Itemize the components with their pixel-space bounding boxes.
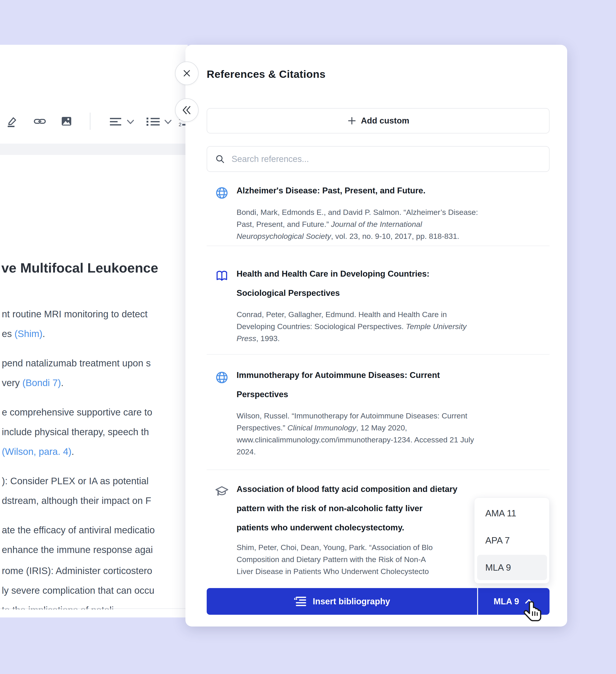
text-segment: es (2, 328, 14, 339)
text-segment: very (2, 377, 22, 388)
text-segment: rome (IRIS): Administer corticostero (2, 565, 152, 576)
citation-link[interactable]: (Wilson, para. 4) (2, 446, 72, 457)
svg-text:2: 2 (178, 122, 181, 127)
text-segment: ): Consider PLEX or IA as potential (2, 476, 149, 486)
citation-segment: www.clinicalimmunology.com/immunotherapy… (237, 435, 474, 444)
document-text-line: ): Consider PLEX or IA as potential (2, 476, 149, 486)
citation-segment: Perspectives.” (237, 423, 287, 432)
globe-icon (215, 371, 228, 384)
document-text-line: ate the efficacy of antiviral medicatio (2, 525, 155, 536)
image-icon[interactable] (60, 115, 73, 128)
citation-segment: Neuropsychological Society (237, 232, 331, 240)
reference-title[interactable]: Health and Health Care in Developing Cou… (237, 264, 530, 303)
chevron-down-icon[interactable] (126, 118, 135, 126)
panel-title: References & Citations (207, 68, 326, 80)
citation-segment: Bondi, Mark, Edmonds E., and David P. Sa… (237, 208, 478, 216)
text-segment: nt routine MRI monitoring to detect (2, 309, 147, 319)
book-icon (215, 269, 228, 283)
document-text-line: nt routine MRI monitoring to detect (2, 309, 147, 320)
align-left-icon[interactable] (108, 115, 123, 128)
screen: 1 2 ve Multifocal Leukoence nt routine M… (0, 0, 616, 674)
reference-title[interactable]: Alzheimer's Disease: Past, Present, and … (237, 181, 530, 200)
text-segment: . (61, 377, 64, 388)
citation-segment: Conrad, Peter, Gallagher, Edmund. Health… (237, 310, 447, 319)
style-option-apa-7[interactable]: APA 7 (477, 528, 547, 553)
toolbar-divider (90, 113, 91, 130)
citation-segment: Composition and Dietary Pattern with the… (237, 555, 426, 564)
citation-link[interactable]: (Bondi 7) (22, 377, 61, 388)
add-custom-label: Add custom (361, 116, 409, 125)
document-text-line: ly severe complication that can occu (2, 585, 154, 596)
citation-style-label: MLA 9 (494, 597, 519, 606)
chevron-up-icon (524, 597, 534, 605)
document-text-line: (Wilson, para. 4). (2, 446, 74, 457)
link-icon[interactable] (33, 115, 46, 128)
text-segment: include physical therapy, speech th (2, 427, 149, 437)
citation-segment: Past, Present, and Future.” (237, 220, 331, 228)
search-input[interactable] (231, 154, 526, 164)
document-text-line: include physical therapy, speech th (2, 427, 149, 437)
citation-segment: Temple University (406, 322, 467, 331)
chevron-down-icon[interactable] (163, 118, 173, 126)
citation-segment: , 12 May 2020, (356, 423, 407, 432)
document-heading: ve Multifocal Leukoence (1, 260, 158, 276)
document-text-line: es (Shim). (2, 328, 45, 339)
bibliography-icon: “ (294, 595, 307, 608)
document-text-line: very (Bondi 7). (2, 377, 64, 388)
citation-segment: Press (237, 334, 256, 343)
citation-segment: Journal of the International (331, 220, 422, 228)
plus-icon (347, 116, 357, 126)
style-option-ama-11[interactable]: AMA 11 (477, 500, 547, 526)
text-segment: . (72, 446, 74, 457)
reference-citation: Bondi, Mark, Edmonds E., and David P. Sa… (237, 206, 530, 242)
citation-segment: Shim, Peter, Choi, Dean, Young, Park. “A… (237, 543, 433, 552)
style-option-mla-9[interactable]: MLA 9 (477, 555, 547, 580)
citation-link[interactable]: (Shim) (14, 328, 42, 339)
reference-citation: Wilson, Russel. “Immunotherapy for Autoi… (237, 410, 530, 458)
bullet-list-icon[interactable] (145, 115, 161, 128)
reference-divider (207, 469, 549, 470)
citation-segment: , vol. 23, no. 9-10, 2017, pp. 818-831. (331, 232, 459, 240)
add-custom-button[interactable]: Add custom (207, 108, 549, 133)
reference-divider (207, 354, 549, 355)
reference-citation: Conrad, Peter, Gallagher, Edmund. Health… (237, 309, 530, 344)
text-segment: ate the efficacy of antiviral medicatio (2, 525, 155, 535)
text-segment: ly severe complication that can occu (2, 585, 154, 596)
document-text-line: enhance the immune response agai (2, 544, 153, 555)
insert-bibliography-label: Insert bibliography (313, 597, 390, 606)
highlighter-icon[interactable] (6, 115, 18, 128)
globe-icon (215, 186, 228, 200)
citation-segment: Clinical Immunology (287, 423, 356, 432)
references-panel: References & Citations Add custom Alzhei… (186, 45, 567, 627)
reference-divider (207, 246, 549, 246)
citation-style-dropdown: AMA 11APA 7MLA 9 (474, 497, 549, 583)
text-segment: . (42, 328, 45, 339)
graduation-cap-icon (215, 485, 228, 498)
document-text-line: pend natalizumab treatment upon s (2, 358, 151, 369)
document-text-line: rome (IRIS): Administer corticostero (2, 565, 152, 576)
text-segment: pend natalizumab treatment upon s (2, 358, 151, 368)
document-text-line: dstream, although their impact on F (2, 495, 151, 506)
insert-bibliography-button[interactable]: “ Insert bibliography (207, 588, 477, 615)
close-panel-button[interactable] (175, 62, 199, 85)
citation-style-button[interactable]: MLA 9 (478, 588, 549, 615)
reference-title[interactable]: Immunotherapy for Autoimmune Diseases: C… (237, 365, 530, 404)
search-icon (215, 154, 225, 164)
citation-segment: Liver Disease in Patients Who Underwent … (237, 567, 429, 576)
search-box (207, 146, 549, 172)
text-segment: e comprehensive supportive care to (2, 407, 152, 418)
citation-segment: Wilson, Russel. “Immunotherapy for Autoi… (237, 412, 467, 420)
citation-segment: , 1993. (256, 334, 280, 343)
document-text-line: e comprehensive supportive care to (2, 407, 152, 418)
chevrons-left-icon (181, 105, 192, 116)
collapse-panel-button[interactable] (175, 98, 199, 122)
citation-segment: Developing Countries: Sociological Persp… (237, 322, 406, 331)
close-icon (182, 68, 192, 78)
citation-segment: 2024. (237, 447, 256, 456)
document-editor: 1 2 ve Multifocal Leukoence nt routine M… (0, 45, 188, 617)
text-segment: dstream, although their impact on F (2, 495, 151, 506)
text-segment: enhance the immune response agai (2, 544, 153, 555)
document-viewport-edge (0, 608, 188, 609)
editor-canvas-gap (0, 144, 188, 155)
